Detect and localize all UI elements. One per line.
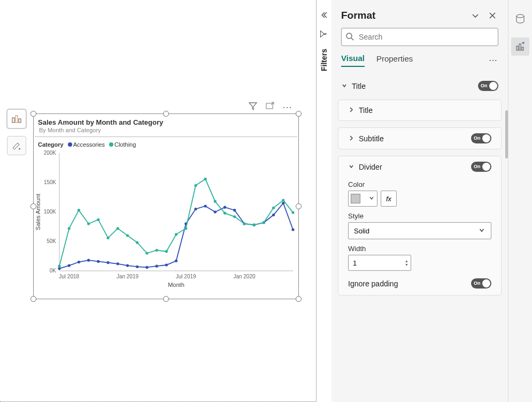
expand-filters-icon[interactable] <box>320 11 328 21</box>
filters-pane-collapsed[interactable]: Filters <box>317 0 331 402</box>
more-options-icon[interactable]: ⋯ <box>282 101 292 113</box>
ignore-padding-toggle[interactable]: On <box>471 278 491 289</box>
title-toggle[interactable]: On <box>478 81 498 91</box>
visualizations-button[interactable] <box>7 109 26 128</box>
svg-rect-2 <box>19 119 21 123</box>
chevron-down-icon <box>341 81 349 91</box>
svg-point-55 <box>184 227 187 230</box>
svg-point-62 <box>253 224 256 226</box>
report-canvas[interactable]: ⋯ Sales Amount by Month and Category By … <box>0 0 317 402</box>
svg-rect-69 <box>516 46 518 50</box>
svg-text:Jan 2019: Jan 2019 <box>117 274 139 279</box>
resize-handle[interactable] <box>30 296 36 302</box>
svg-point-25 <box>136 266 138 268</box>
section-divider[interactable]: Divider On <box>338 156 501 177</box>
svg-point-41 <box>291 228 294 231</box>
svg-point-64 <box>272 207 275 209</box>
svg-point-50 <box>136 241 138 244</box>
svg-point-29 <box>175 260 178 262</box>
tab-visual[interactable]: Visual <box>341 54 365 67</box>
close-icon[interactable] <box>487 10 498 21</box>
svg-point-20 <box>87 259 90 262</box>
color-label: Color <box>348 180 491 188</box>
style-select[interactable]: Solid <box>348 222 491 239</box>
svg-rect-71 <box>522 47 523 50</box>
svg-point-67 <box>346 33 352 39</box>
width-spinner[interactable]: 1 ▲▼ <box>348 255 411 271</box>
svg-point-39 <box>272 214 275 216</box>
svg-point-44 <box>78 209 80 211</box>
svg-point-42 <box>58 265 60 268</box>
svg-text:Jul 2019: Jul 2019 <box>176 274 196 279</box>
chevron-right-icon <box>348 134 356 143</box>
search-input[interactable] <box>341 28 498 46</box>
subtitle-toggle[interactable]: On <box>471 133 491 143</box>
ignore-padding-row: Ignore padding On <box>338 273 501 295</box>
right-rail <box>508 0 532 402</box>
format-pane-title: Format <box>341 10 464 21</box>
svg-point-28 <box>165 263 168 266</box>
svg-point-58 <box>214 200 217 203</box>
svg-point-52 <box>155 249 158 252</box>
format-button[interactable] <box>7 136 26 155</box>
svg-rect-1 <box>16 116 18 123</box>
svg-point-66 <box>291 211 294 214</box>
svg-text:Jan 2020: Jan 2020 <box>233 274 256 279</box>
format-pane-icon[interactable] <box>511 37 529 56</box>
chart-visual[interactable]: Sales Amount by Month and Category By Mo… <box>33 113 299 299</box>
resize-handle[interactable] <box>30 111 36 117</box>
svg-point-45 <box>87 222 90 225</box>
resize-handle[interactable] <box>163 296 169 302</box>
scrollbar-thumb[interactable] <box>505 110 508 158</box>
more-icon[interactable]: ⋯ <box>489 55 498 65</box>
svg-point-19 <box>78 261 80 263</box>
resize-handle[interactable] <box>163 111 169 117</box>
svg-point-68 <box>516 14 524 18</box>
svg-point-27 <box>155 265 158 268</box>
section-title-inner[interactable]: Title <box>338 100 501 120</box>
svg-point-24 <box>126 264 129 267</box>
chevron-down-icon <box>368 194 375 203</box>
svg-point-59 <box>223 212 226 215</box>
focus-mode-icon[interactable] <box>265 101 275 113</box>
svg-text:200K: 200K <box>44 150 57 156</box>
svg-text:150K: 150K <box>44 179 57 185</box>
svg-point-43 <box>68 227 71 230</box>
chevron-down-icon[interactable] <box>469 10 481 21</box>
chevron-down-icon <box>348 162 356 172</box>
chevron-down-icon <box>478 226 485 236</box>
search-icon <box>345 32 354 43</box>
filter-icon[interactable] <box>248 101 258 113</box>
svg-point-65 <box>282 199 284 201</box>
color-picker[interactable] <box>348 191 377 207</box>
width-label: Width <box>348 245 491 253</box>
spinner-arrows[interactable]: ▲▼ <box>405 259 408 267</box>
style-label: Style <box>348 212 491 220</box>
divider-toggle[interactable]: On <box>471 162 491 172</box>
svg-text:100K: 100K <box>44 209 57 215</box>
filters-label: Filters <box>320 49 328 71</box>
svg-point-31 <box>194 208 197 210</box>
format-pane: Format Visual Properties ⋯ Title On Titl… <box>331 0 508 402</box>
resize-handle[interactable] <box>296 296 302 302</box>
fx-button[interactable]: fx <box>381 191 397 207</box>
resize-handle[interactable] <box>296 111 302 117</box>
svg-text:50K: 50K <box>47 238 56 244</box>
data-pane-icon[interactable] <box>511 10 529 28</box>
filter-icon <box>319 30 329 38</box>
svg-point-60 <box>233 215 236 218</box>
svg-point-35 <box>233 209 236 211</box>
svg-text:Month: Month <box>168 282 184 288</box>
svg-point-21 <box>97 260 99 263</box>
tab-properties[interactable]: Properties <box>376 54 413 66</box>
svg-point-23 <box>117 262 119 265</box>
svg-point-57 <box>204 178 207 180</box>
section-subtitle[interactable]: Subtitle On <box>338 128 501 149</box>
svg-point-34 <box>223 206 226 209</box>
svg-point-61 <box>243 222 245 225</box>
section-title[interactable]: Title On <box>331 75 508 96</box>
svg-point-18 <box>68 264 71 267</box>
chart-subtitle: By Month and Category <box>35 127 297 137</box>
svg-point-32 <box>204 204 207 207</box>
svg-text:Sales Amount: Sales Amount <box>35 194 41 230</box>
